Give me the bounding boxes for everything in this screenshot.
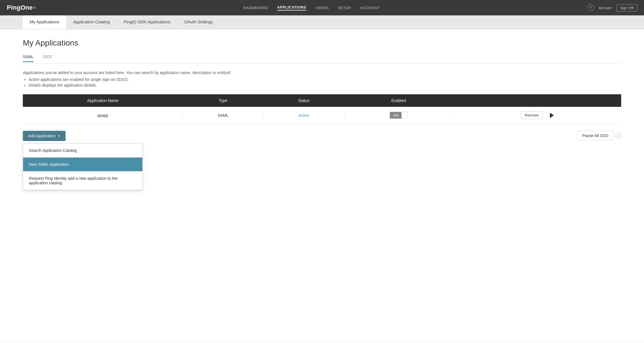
pause-sso-button[interactable]: Pause All SSO [577,131,613,140]
col-type: Type [183,94,263,107]
description: Applications you've added to your accoun… [23,70,621,87]
page-title: My Applications [23,38,621,48]
remove-button[interactable]: Remove [521,111,543,119]
toggle-no[interactable] [402,112,407,119]
signoff-button[interactable]: Sign Off [616,4,637,11]
dropdown-item-search-catalog[interactable]: Search Application Catalog [23,144,142,158]
logo: PingOne® [7,4,36,11]
tab-bar: My Applications Application Catalog Ping… [0,15,644,29]
pause-sso-area: Pause All SSO ? [577,131,621,140]
sub-tab-oidc[interactable]: OIDC [43,54,53,62]
add-application-button[interactable]: Add Application ▼ [23,131,66,141]
description-bullet-1: Active applications are enabled for sing… [29,77,621,82]
app-action-cell: Remove [453,107,621,124]
action-group: Remove [458,111,617,119]
tab-oauth-settings[interactable]: OAuth Settings [177,15,220,29]
col-actions [453,94,621,107]
application-table: Application Name Type Status Enabled apa… [23,94,621,124]
table-head: Application Name Type Status Enabled [23,94,621,107]
bottom-bar: Add Application ▼ Search Application Cat… [23,131,621,141]
tab-pingid-sdk[interactable]: PingID SDK Applications [117,15,177,29]
add-app-dropdown: Search Application Catalog New SAML Appl… [23,143,143,190]
main-nav: DASHBOARD APPLICATIONS USERS SETUP ACCOU… [243,5,380,11]
col-enabled: Enabled [344,94,453,107]
table-body: apapp SAML Active Yes Remove [23,107,621,124]
sub-tabs: SAML OIDC [23,54,621,62]
header-right: ? test pan Sign Off [587,4,637,11]
logo-text: PingOne [7,4,33,11]
description-text: Applications you've added to your accoun… [23,70,621,75]
tab-application-catalog[interactable]: Application Catalog [66,15,117,29]
col-app-name: Application Name [23,94,183,107]
app-status-cell[interactable]: Active [263,107,344,124]
logo-trademark: ® [33,6,35,9]
sub-tab-saml[interactable]: SAML [23,54,34,62]
description-bullet-2: Details displays the application details… [29,83,621,87]
sub-tab-divider [23,63,621,64]
tab-my-applications[interactable]: My Applications [23,15,66,29]
nav-account[interactable]: ACCOUNT [360,6,380,10]
dropdown-item-request-ping[interactable]: Request Ping Identity add a new applicat… [23,172,142,190]
nav-setup[interactable]: SETUP [338,6,351,10]
header: PingOne® DASHBOARD APPLICATIONS USERS SE… [0,0,644,15]
nav-users[interactable]: USERS [315,6,329,10]
nav-applications[interactable]: APPLICATIONS [277,5,306,11]
pause-sso-help-icon[interactable]: ? [615,133,621,138]
dropdown-item-new-saml[interactable]: New SAML Application [23,158,142,172]
play-icon[interactable] [550,113,554,118]
dropdown-arrow-icon: ▼ [58,134,61,138]
app-enabled-cell: Yes [344,107,453,124]
user-name: test pan [599,6,612,10]
description-list: Active applications are enabled for sing… [29,77,621,87]
enabled-toggle[interactable]: Yes [390,112,408,119]
col-status: Status [263,94,344,107]
add-app-container: Add Application ▼ Search Application Cat… [23,131,66,141]
app-type-cell: SAML [183,107,263,124]
table-row: apapp SAML Active Yes Remove [23,107,621,124]
add-app-label: Add Application [28,134,56,138]
help-icon[interactable]: ? [587,4,594,11]
toggle-yes[interactable]: Yes [390,112,402,119]
main-content: My Applications SAML OIDC Applications y… [0,29,644,343]
status-active-link[interactable]: Active [298,113,309,118]
nav-dashboard[interactable]: DASHBOARD [243,6,268,10]
app-name-cell: apapp [23,107,183,124]
